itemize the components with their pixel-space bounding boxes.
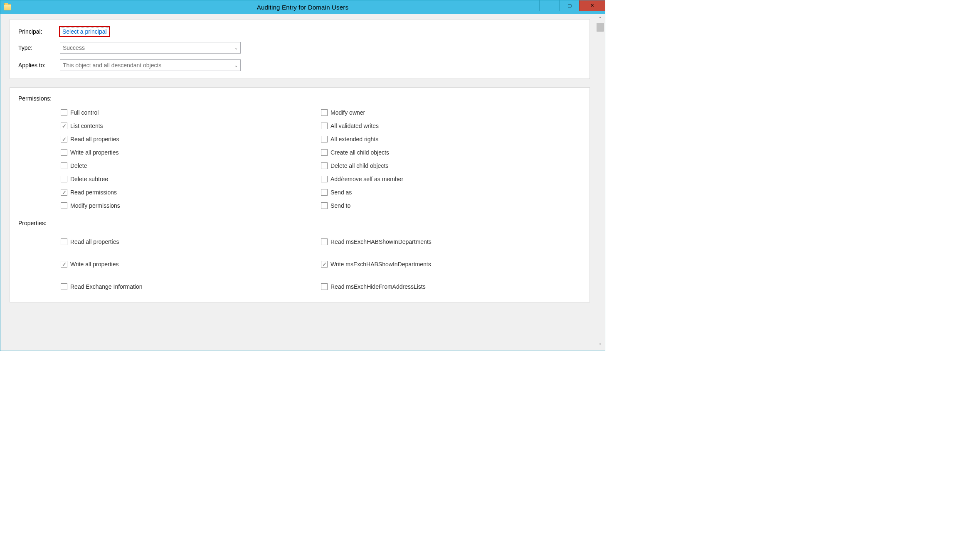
scroll-thumb[interactable]	[597, 23, 604, 32]
auditing-entry-window: Auditing Entry for Domain Users ─ ▢ ✕ Pr…	[0, 0, 605, 351]
checkbox-item[interactable]: Send to	[321, 199, 581, 212]
checkbox-item[interactable]: Create all child objects	[321, 146, 581, 159]
checkbox-icon	[61, 189, 67, 196]
checkbox-item[interactable]: Write all properties	[61, 253, 321, 275]
checkbox-item[interactable]: Add/remove self as member	[321, 172, 581, 186]
checkbox-icon	[321, 189, 328, 196]
checkbox-item[interactable]: Write all properties	[61, 146, 321, 159]
checkbox-label: Write all properties	[70, 261, 118, 268]
checkbox-label: Write msExchHABShowInDepartments	[331, 261, 431, 268]
type-value: Success	[63, 44, 234, 51]
scroll-up-icon[interactable]: ˄	[596, 14, 604, 23]
checkbox-icon	[321, 202, 328, 209]
checkbox-label: Modify owner	[331, 109, 365, 116]
permissions-panel: Permissions: Full controlList contentsRe…	[10, 87, 590, 302]
checkbox-item[interactable]: Modify owner	[321, 106, 581, 119]
checkbox-item[interactable]: Read all properties	[61, 231, 321, 253]
checkbox-label: Send as	[331, 189, 352, 196]
checkbox-label: Add/remove self as member	[331, 176, 403, 182]
checkbox-label: All extended rights	[331, 136, 378, 142]
content-wrap: Principal: Select a principal Type: Succ…	[4, 14, 596, 302]
close-button[interactable]: ✕	[579, 0, 605, 11]
checkbox-icon	[61, 283, 67, 290]
checkbox-icon	[321, 176, 328, 182]
checkbox-icon	[321, 261, 328, 268]
checkbox-label: Modify permissions	[70, 202, 120, 209]
checkbox-item[interactable]: Read Exchange Information	[61, 275, 321, 298]
checkbox-item[interactable]: List contents	[61, 119, 321, 133]
permissions-col-left: Full controlList contentsRead all proper…	[18, 106, 321, 212]
window-title: Auditing Entry for Domain Users	[0, 4, 605, 11]
applies-combo[interactable]: This object and all descendant objects ⌄	[60, 59, 241, 71]
checkbox-label: List contents	[70, 123, 103, 129]
checkbox-item[interactable]: Full control	[61, 106, 321, 119]
checkbox-item[interactable]: Delete subtree	[61, 172, 321, 186]
checkbox-label: Read msExchHABShowInDepartments	[331, 238, 432, 245]
chevron-down-icon: ⌄	[234, 63, 238, 68]
properties-col-right: Read msExchHABShowInDepartmentsWrite msE…	[321, 231, 581, 298]
chevron-down-icon: ⌄	[234, 46, 238, 50]
applies-row: Applies to: This object and all descenda…	[18, 59, 581, 71]
checkbox-icon	[61, 238, 67, 245]
type-row: Type: Success ⌄	[18, 42, 581, 54]
checkbox-icon	[321, 283, 328, 290]
maximize-icon: ▢	[567, 3, 572, 8]
checkbox-label: Delete all child objects	[331, 162, 388, 169]
minimize-icon: ─	[548, 3, 551, 8]
properties-grid: Read all propertiesWrite all propertiesR…	[18, 231, 581, 298]
checkbox-icon	[61, 109, 67, 116]
checkbox-icon	[61, 136, 67, 142]
checkbox-icon	[321, 149, 328, 156]
select-principal-link[interactable]: Select a principal	[60, 27, 109, 36]
type-label: Type:	[18, 44, 60, 51]
checkbox-icon	[61, 176, 67, 182]
properties-title: Properties:	[18, 220, 581, 226]
checkbox-item[interactable]: Delete all child objects	[321, 159, 581, 172]
checkbox-label: Delete subtree	[70, 176, 108, 182]
checkbox-item[interactable]: Modify permissions	[61, 199, 321, 212]
checkbox-label: Delete	[70, 162, 87, 169]
checkbox-item[interactable]: Read permissions	[61, 186, 321, 199]
maximize-button[interactable]: ▢	[559, 0, 579, 11]
applies-label: Applies to:	[18, 62, 60, 69]
checkbox-icon	[321, 162, 328, 169]
checkbox-item[interactable]: Read msExchHideFromAddressLists	[321, 275, 581, 298]
properties-col-left: Read all propertiesWrite all propertiesR…	[18, 231, 321, 298]
checkbox-label: Read permissions	[70, 189, 117, 196]
checkbox-icon	[321, 238, 328, 245]
checkbox-icon	[61, 162, 67, 169]
vertical-scrollbar[interactable]: ˄ ˅	[596, 14, 604, 350]
permissions-grid: Full controlList contentsRead all proper…	[18, 106, 581, 212]
window-buttons: ─ ▢ ✕	[539, 0, 605, 11]
checkbox-item[interactable]: All extended rights	[321, 133, 581, 146]
checkbox-item[interactable]: Read all properties	[61, 133, 321, 146]
permissions-title: Permissions:	[18, 95, 581, 102]
close-icon: ✕	[590, 3, 594, 8]
checkbox-icon	[61, 261, 67, 268]
checkbox-icon	[61, 123, 67, 129]
checkbox-icon	[61, 149, 67, 156]
checkbox-label: Read msExchHideFromAddressLists	[331, 283, 426, 290]
checkbox-item[interactable]: All validated writes	[321, 119, 581, 133]
client-area: Principal: Select a principal Type: Succ…	[4, 14, 596, 350]
checkbox-label: Read Exchange Information	[70, 283, 143, 290]
checkbox-label: Full control	[70, 109, 99, 116]
checkbox-label: Read all properties	[70, 136, 119, 142]
checkbox-label: Read all properties	[70, 238, 119, 245]
checkbox-label: All validated writes	[331, 123, 379, 129]
permissions-col-right: Modify ownerAll validated writesAll exte…	[321, 106, 581, 212]
scroll-down-icon[interactable]: ˅	[596, 341, 604, 350]
checkbox-label: Create all child objects	[331, 149, 389, 156]
checkbox-item[interactable]: Delete	[61, 159, 321, 172]
titlebar[interactable]: Auditing Entry for Domain Users ─ ▢ ✕	[0, 0, 605, 14]
checkbox-item[interactable]: Write msExchHABShowInDepartments	[321, 253, 581, 275]
checkbox-icon	[61, 202, 67, 209]
checkbox-item[interactable]: Send as	[321, 186, 581, 199]
minimize-button[interactable]: ─	[539, 0, 559, 11]
checkbox-icon	[321, 136, 328, 142]
checkbox-item[interactable]: Read msExchHABShowInDepartments	[321, 231, 581, 253]
principal-row: Principal: Select a principal	[18, 27, 581, 36]
type-combo[interactable]: Success ⌄	[60, 42, 241, 54]
checkbox-label: Write all properties	[70, 149, 118, 156]
principal-label: Principal:	[18, 28, 60, 35]
